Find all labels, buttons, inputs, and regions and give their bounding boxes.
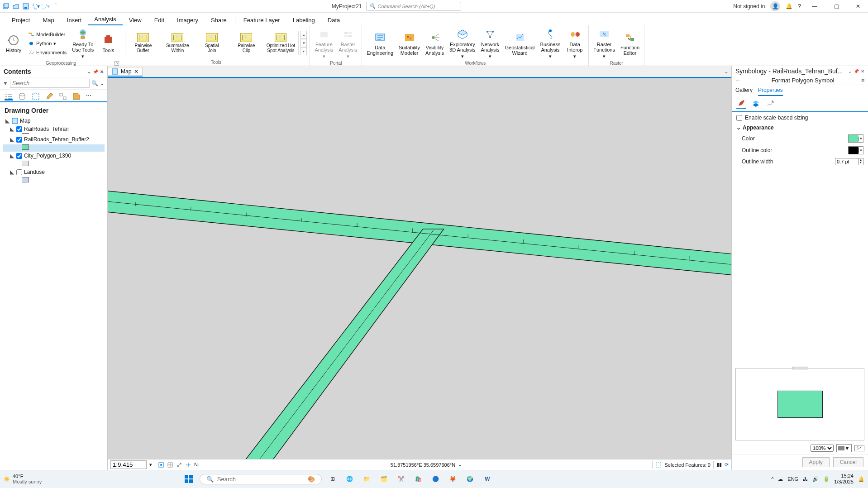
map-canvas[interactable] [108,77,731,459]
map-tab[interactable]: Map ✕ [108,67,143,77]
preview-resize-grip[interactable] [792,367,808,369]
tray-lang[interactable]: ENG [787,476,798,482]
contents-close-icon[interactable]: ✕ [100,69,104,74]
apply-button[interactable]: Apply [802,457,830,467]
feature-analysis-button[interactable]: Feature Analysis▾ [313,27,335,60]
outline-width-input[interactable] [835,158,858,165]
contents-dropdown-icon[interactable]: ⌄ [87,69,91,74]
tray-onedrive-icon[interactable]: ☁ [778,476,783,482]
start-button[interactable] [182,473,195,485]
visibility-analysis-button[interactable]: Visibility Analysis [424,30,446,57]
close-button[interactable]: ✕ [850,0,866,13]
notification-icon[interactable]: 🔔 [786,3,792,10]
preview-bg-icon[interactable]: ▼ [836,444,852,452]
geostatistical-wizard-button[interactable]: Geostatistical Wizard [503,30,537,57]
exploratory-3d-button[interactable]: Exploratory 3D Analysis▾ [448,27,477,60]
app2-icon[interactable]: 🔵 [429,473,442,485]
layer-swatch[interactable] [22,161,29,166]
list-selection-icon[interactable] [32,92,40,100]
tab-analysis[interactable]: Analysis [88,14,122,25]
raster-analysis-button[interactable]: Raster Analysis▾ [337,27,359,60]
preview-scale-icon[interactable] [854,445,864,451]
modelbuilder-button[interactable]: ModelBuilder [26,30,68,38]
tree-layer-railroads[interactable]: ◣RailRoads_Tehran [3,125,105,133]
list-drawing-order-icon[interactable] [5,92,13,100]
status-dynamic-icon[interactable]: N↓ [194,462,200,468]
contents-search-input[interactable] [10,79,90,88]
history-button[interactable]: History [3,33,24,54]
list-labeling-icon[interactable] [72,92,81,100]
python-button[interactable]: Python ▾ [26,39,68,48]
layer-checkbox[interactable] [16,169,22,175]
tab-imagery[interactable]: Imagery [171,15,205,25]
mode-brush-icon[interactable] [736,99,746,109]
avatar-icon[interactable]: 👤 [770,1,780,11]
signin-text[interactable]: Not signed in [733,3,765,10]
tab-project[interactable]: Project [5,15,36,25]
tray-volume-icon[interactable]: 🔊 [812,476,819,482]
tools-button[interactable]: Tools [97,33,119,54]
ready-to-use-button[interactable]: Ready To Use Tools▾ [70,27,95,60]
mode-layers-icon[interactable] [751,99,761,109]
arcgis-icon[interactable]: 🌍 [464,473,477,485]
data-interop-button[interactable]: Data Interop▾ [564,27,586,60]
command-search[interactable]: 🔍 Command Search (Alt+Q) [366,2,461,11]
firefox-icon[interactable]: 🦊 [447,473,459,485]
weather-widget[interactable]: ☀️ 40°FMostly sunny [4,474,42,484]
help-icon[interactable]: ? [798,3,801,10]
gallery-pairwise-clip[interactable]: Pairwise Clip [230,33,262,53]
fill-color-picker[interactable]: ▼ [848,134,863,143]
map-tab-close-icon[interactable]: ✕ [134,68,138,75]
layer-checkbox[interactable] [16,126,22,132]
network-analysis-button[interactable]: Network Analysis▾ [479,27,501,60]
gallery-scroll-down[interactable]: ▼ [300,39,307,47]
tray-network-icon[interactable]: 🖧 [803,476,808,482]
symbology-tab-gallery[interactable]: Gallery [735,87,753,96]
tray-battery-icon[interactable]: 🔋 [823,476,830,482]
qat-redo-icon[interactable]: ▾ [42,2,50,10]
tree-layer-buffer[interactable]: ◣RailRoads_Tehran_Buffer2 [3,135,105,144]
status-grid-icon[interactable] [167,462,173,468]
gallery-hotspot[interactable]: Optimized Hot Spot Analysis [265,33,296,53]
preview-zoom-select[interactable]: 100% [811,445,834,452]
contents-pin-icon[interactable]: 📌 [93,69,98,74]
layer-checkbox[interactable] [16,137,22,143]
word-icon[interactable]: W [481,473,494,485]
store-icon[interactable]: 🛍️ [412,473,425,485]
taskview-icon[interactable]: ⊞ [326,473,339,485]
business-analysis-button[interactable]: Business Analysis▾ [539,27,563,60]
tray-notifications-icon[interactable]: 🔔 [858,476,864,482]
qat-customize-icon[interactable]: ‾ [52,2,60,10]
tab-share[interactable]: Share [205,15,233,25]
symbology-menu-icon[interactable]: ≡ [861,77,864,84]
tree-layer-city[interactable]: ◣City_Polygon_1390 [3,152,105,160]
symbology-dropdown-icon[interactable]: ⌄ [848,69,852,74]
tab-labeling[interactable]: Labeling [286,15,321,25]
qat-save-icon[interactable] [22,2,30,10]
status-constraint-icon[interactable] [158,462,164,468]
refresh-icon[interactable]: ⟳ [725,462,729,468]
taskbar-search[interactable]: 🔍Search🎨 [200,474,322,484]
list-datasource-icon[interactable] [18,92,26,100]
geoprocessing-launcher[interactable]: ↘ [114,61,119,66]
list-snapping-icon[interactable] [59,92,67,100]
layer-checkbox[interactable] [16,153,22,159]
gallery-pairwise-buffer[interactable]: Pairwise Buffer [127,33,159,53]
contents-search-icon[interactable]: 🔍 [91,80,98,86]
snip-icon[interactable]: ✂️ [395,473,408,485]
minimize-button[interactable]: — [806,0,823,13]
tree-map-frame[interactable]: ◣Map [3,117,105,125]
list-editing-icon[interactable] [45,92,53,100]
filter-icon[interactable]: ▼ [3,80,8,86]
pause-icon[interactable]: ▮▮ [716,462,722,468]
outline-color-picker[interactable]: ▼ [848,146,863,154]
gallery-scroll-up[interactable]: ▲ [300,31,307,39]
tab-edit[interactable]: Edit [148,15,171,25]
maximize-button[interactable]: ▢ [828,0,844,13]
layer-swatch-selected[interactable] [22,144,29,150]
width-step-down[interactable]: ▼ [858,161,863,164]
symbology-close-icon[interactable]: ✕ [861,69,864,74]
symbology-pin-icon[interactable]: 📌 [854,69,859,74]
function-editor-button[interactable]: fxFunction Editor [619,30,641,57]
raster-functions-button[interactable]: fxRaster Functions▾ [591,27,617,60]
